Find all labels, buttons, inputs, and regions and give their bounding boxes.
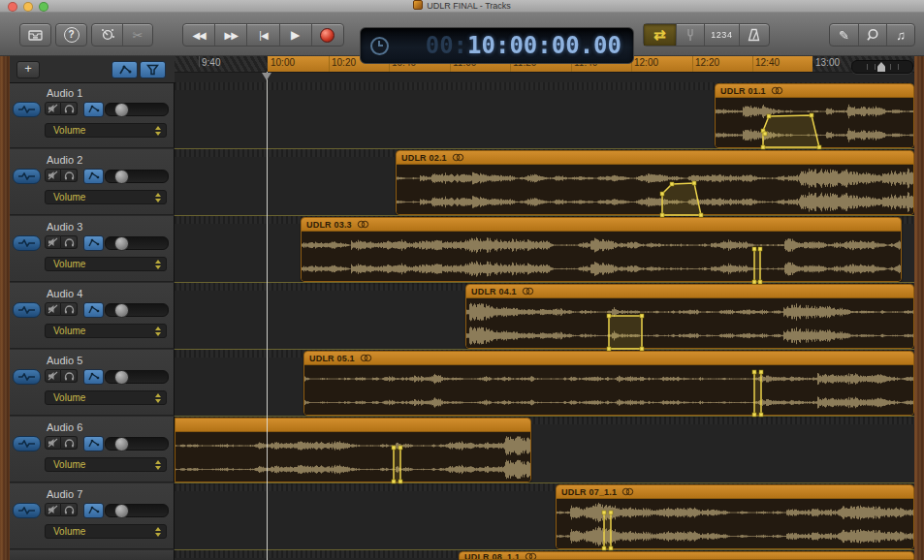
go-to-beginning-button[interactable]: |◀ bbox=[247, 24, 279, 46]
audio-region[interactable]: UDLR 01.1 bbox=[715, 83, 914, 148]
stereo-icon bbox=[771, 86, 783, 95]
ruler-prehatch bbox=[175, 55, 268, 72]
region-header: UDLR 05.1 bbox=[304, 352, 913, 365]
track-header-bar: + bbox=[10, 55, 175, 83]
regions-layer: UDLR 01.1 UDLR 02.1 UDLR 03.3 UDLR 04.1 … bbox=[0, 82, 924, 560]
lane-separator bbox=[175, 416, 914, 417]
audio-region[interactable]: UDLR 02.1 bbox=[396, 150, 914, 215]
lcd-display[interactable]: 00:10:00:00.00 bbox=[360, 27, 634, 64]
audio-region[interactable]: UDLR 04.1 bbox=[465, 284, 914, 349]
metronome-icon bbox=[748, 28, 761, 42]
audio-region[interactable]: UDLR 05.1 bbox=[303, 351, 914, 416]
funnel-icon bbox=[146, 64, 159, 76]
lane-separator bbox=[175, 148, 914, 149]
stereo-icon bbox=[522, 287, 534, 296]
clock-icon[interactable] bbox=[370, 37, 389, 55]
audio-region[interactable]: UDLR 08_1.1 bbox=[459, 551, 914, 560]
audio-region[interactable] bbox=[175, 418, 531, 482]
region-header: UDLR 07_1.1 bbox=[557, 485, 913, 499]
stereo-icon bbox=[360, 354, 372, 362]
media-browser-button[interactable]: ♫ bbox=[887, 24, 914, 46]
notepad-button[interactable]: ✎ bbox=[830, 24, 859, 46]
notepad-icon: ✎ bbox=[839, 28, 849, 43]
cycle-icon: ⇄ bbox=[653, 26, 666, 44]
knob-icon bbox=[101, 28, 114, 42]
lane-separator bbox=[175, 549, 914, 550]
browser-group: ✎ ♫ bbox=[829, 23, 915, 47]
region-header: UDLR 01.1 bbox=[716, 84, 913, 98]
add-track-button[interactable]: + bbox=[16, 61, 40, 78]
transport-group: ◀◀ ▶▶ |◀ ▶ bbox=[182, 23, 344, 47]
rewind-button[interactable]: ◀◀ bbox=[183, 24, 215, 46]
horizontal-zoom-slider[interactable] bbox=[851, 60, 913, 74]
region-waveform bbox=[175, 432, 530, 482]
help-icon: ? bbox=[64, 27, 80, 43]
tick-line bbox=[752, 55, 753, 72]
wood-border-right bbox=[914, 55, 924, 560]
region-header: UDLR 03.3 bbox=[302, 218, 901, 232]
ruler-tick-label: 9:40 bbox=[202, 57, 220, 68]
automation-view-button[interactable] bbox=[112, 61, 138, 78]
region-name: UDLR 04.1 bbox=[471, 287, 517, 296]
ruler-tick-label: 10:00 bbox=[271, 57, 295, 68]
cycle-button[interactable]: ⇄ bbox=[644, 24, 677, 46]
app-icon bbox=[413, 0, 423, 10]
stereo-icon bbox=[525, 552, 537, 560]
region-name: UDLR 07_1.1 bbox=[561, 487, 617, 497]
region-name: UDLR 01.1 bbox=[720, 86, 766, 96]
playhead-marker[interactable] bbox=[262, 73, 271, 80]
tick-line bbox=[692, 55, 693, 72]
lane-separator bbox=[175, 215, 914, 216]
region-header bbox=[175, 419, 530, 432]
tick-line bbox=[329, 55, 330, 72]
region-name: UDLR 05.1 bbox=[309, 354, 355, 363]
stereo-icon bbox=[357, 220, 369, 229]
tick-line bbox=[199, 55, 200, 67]
region-header: UDLR 04.1 bbox=[466, 285, 913, 298]
region-name: UDLR 03.3 bbox=[306, 220, 352, 230]
ruler-tick-label: 12:00 bbox=[634, 57, 658, 68]
stereo-icon bbox=[621, 487, 634, 496]
ruler-tick-label: 10:20 bbox=[332, 57, 356, 68]
playhead[interactable] bbox=[267, 72, 268, 560]
metronome-button[interactable] bbox=[740, 24, 769, 46]
editors-button[interactable]: ✂ bbox=[123, 24, 152, 46]
ruler-tick-label: 13:00 bbox=[815, 57, 840, 68]
play-button[interactable]: ▶ bbox=[280, 24, 312, 46]
region-name: UDLR 02.1 bbox=[401, 153, 447, 163]
region-name: UDLR 08_1.1 bbox=[464, 552, 520, 560]
region-waveform bbox=[466, 298, 913, 349]
forward-button[interactable]: ▶▶ bbox=[215, 24, 247, 46]
audio-region[interactable]: UDLR 03.3 bbox=[301, 217, 902, 282]
region-waveform bbox=[302, 232, 901, 282]
region-header: UDLR 02.1 bbox=[397, 151, 913, 165]
library-button[interactable] bbox=[19, 23, 51, 47]
region-header: UDLR 08_1.1 bbox=[460, 552, 913, 560]
view-toggle-group: ✂ bbox=[91, 23, 153, 47]
audio-region[interactable]: UDLR 07_1.1 bbox=[556, 484, 914, 549]
count-in-button[interactable]: 1234 bbox=[705, 24, 741, 46]
drawer-icon bbox=[28, 29, 43, 41]
region-waveform bbox=[557, 499, 913, 549]
window-title: UDLR FINAL - Tracks bbox=[0, 0, 924, 12]
ruler-tick-label: 12:20 bbox=[695, 57, 719, 68]
flex-time-button[interactable] bbox=[140, 61, 166, 78]
lcd-time: 00:10:00:00.00 bbox=[389, 32, 633, 59]
smart-controls-button[interactable] bbox=[92, 24, 123, 46]
ruler-tick-label: 12:40 bbox=[755, 57, 780, 68]
lane-separator bbox=[175, 282, 914, 283]
stereo-icon bbox=[452, 153, 464, 162]
quick-help-button[interactable]: ? bbox=[55, 23, 87, 47]
region-waveform bbox=[716, 98, 913, 148]
automation-icon bbox=[118, 64, 132, 76]
tuning-fork-icon bbox=[685, 28, 695, 42]
lane-separator bbox=[175, 482, 914, 483]
tracks-area: Audio 1 Volume Audio 2 Volume Audio 3 bbox=[0, 82, 924, 560]
record-button[interactable] bbox=[312, 24, 343, 46]
window-titlebar[interactable]: UDLR FINAL - Tracks bbox=[0, 0, 924, 13]
loop-icon bbox=[866, 28, 879, 42]
wood-border-left bbox=[0, 55, 10, 560]
loop-browser-button[interactable] bbox=[859, 24, 887, 46]
tuner-button[interactable] bbox=[677, 24, 705, 46]
region-waveform bbox=[304, 365, 913, 416]
